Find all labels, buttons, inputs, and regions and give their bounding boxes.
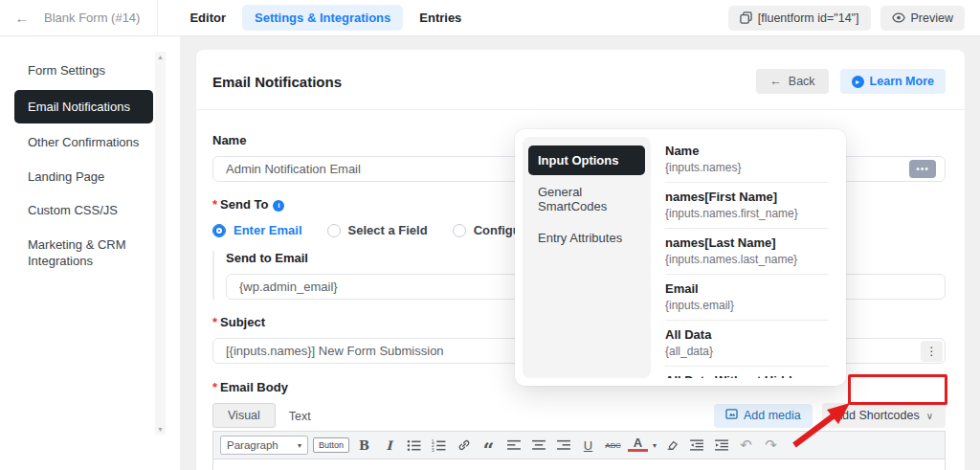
redo-icon[interactable]: ↷ [761,436,781,455]
strikethrough-icon[interactable]: ABC [603,436,623,455]
smartcode-ellipsis-button[interactable]: ••• [909,160,936,178]
sidebar-item-email-notifications[interactable]: Email Notifications [14,90,153,124]
add-media-label: Add media [744,409,801,422]
required-asterisk: * [212,197,217,212]
caret-down-icon: ▾ [298,441,301,450]
media-icon [725,409,738,423]
panel-header-actions: ← Back ▸ Learn More [756,69,946,94]
bold-icon[interactable]: B [354,436,374,455]
editor-toolbar: Paragraph▾ Button B I 123 “ U ABC A ▾ [213,432,945,459]
smartcodes-popup: Input Options General SmartCodes Entry A… [515,129,846,386]
required-asterisk: * [212,315,217,329]
editor-tabs-row: Visual Text Add media Add Shortcodes ∨ [212,403,946,428]
tab-settings-integrations[interactable]: Settings & Integrations [242,5,403,31]
smartcode-title: All Data [665,327,829,342]
sidebar-item-form-settings[interactable]: Form Settings [0,54,180,88]
preview-label: Preview [911,11,953,25]
tab-entries[interactable]: Entries [407,5,474,31]
link-icon[interactable] [454,436,474,455]
info-icon[interactable]: i [273,200,284,212]
indent-icon[interactable] [711,436,731,455]
popup-tab-general-smartcodes[interactable]: General SmartCodes [528,177,645,221]
add-shortcodes-button[interactable]: Add Shortcodes ∨ [822,403,946,428]
shortcode-label: [fluentform id="14"] [758,11,859,25]
popup-tab-input-options[interactable]: Input Options [528,145,645,175]
radio-label: Enter Email [234,223,302,237]
preview-button[interactable]: Preview [880,6,965,31]
copy-icon [740,11,752,24]
smartcode-title: Email [665,281,829,296]
popup-tab-entry-attributes[interactable]: Entry Attributes [528,223,645,253]
radio-icon [453,224,466,237]
radio-label: Select a Field [348,223,428,237]
tab-editor[interactable]: Editor [177,5,238,31]
caret-down-icon[interactable]: ▾ [653,441,657,450]
kebab-menu-button[interactable]: ⋮ [921,341,943,362]
smartcode-code: {inputs.names.first_name} [665,207,829,220]
undo-icon[interactable]: ↶ [736,436,756,455]
back-arrow-icon[interactable]: ← [0,10,44,26]
topbar-divider [157,0,158,36]
required-asterisk: * [212,380,217,394]
text-color-icon[interactable]: A [628,437,648,452]
paragraph-label: Paragraph [227,439,278,451]
editor-tab-visual[interactable]: Visual [212,403,276,428]
back-button[interactable]: ← Back [756,69,828,94]
smartcode-item-first-name[interactable]: names[First Name] {inputs.names.first_na… [665,183,829,229]
sidebar-item-other-confirmations[interactable]: Other Confirmations [0,125,180,160]
chevron-down-icon: ∨ [926,411,933,421]
smartcode-item-last-name[interactable]: names[Last Name] {inputs.names.last_name… [665,229,829,275]
panel-header: Email Notifications ← Back ▸ Learn More [196,50,965,110]
sidebar-scrollbar[interactable]: ▲ ▼ [155,52,166,435]
smartcode-item-all-data-no-hidden[interactable]: All Data Without Hidden Fields {all_data… [665,367,829,378]
shortcode-copy-button[interactable]: [fluentform id="14"] [728,6,871,31]
editor-content-area[interactable]: {all_data} [213,459,945,470]
subject-label: Subject [220,315,265,329]
sidebar-item-marketing-crm[interactable]: Marketing & CRM Integrations [0,228,153,279]
smartcode-title: All Data Without Hidden Fields [665,373,829,378]
svg-text:3: 3 [432,447,434,451]
smartcode-item-name[interactable]: Name {inputs.names} [665,137,829,183]
email-body-label: Email Body [220,380,288,394]
top-bar: ← Blank Form (#14) Editor Settings & Int… [0,0,980,36]
sidebar-item-custom-css-js[interactable]: Custom CSS/JS [0,193,180,228]
smartcode-code: {inputs.email} [665,299,829,312]
top-bar-right: [fluentform id="14"] Preview [728,6,980,31]
learn-more-label: Learn More [870,75,934,88]
underline-icon[interactable]: U [578,436,598,455]
play-circle-icon: ▸ [852,76,864,88]
learn-more-button[interactable]: ▸ Learn More [840,69,946,94]
outdent-icon[interactable] [686,436,706,455]
paragraph-select[interactable]: Paragraph▾ [220,436,308,455]
email-body-editor: Paragraph▾ Button B I 123 “ U ABC A ▾ [212,431,946,470]
smartcode-title: names[Last Name] [665,235,829,250]
send-to-label: Send To [220,197,268,212]
smartcode-item-all-data[interactable]: All Data {all_data} [665,321,829,367]
sidebar-item-landing-page[interactable]: Landing Page [0,160,180,194]
blockquote-icon[interactable]: “ [479,436,499,455]
numbered-list-icon[interactable]: 123 [429,436,449,455]
insert-button-button[interactable]: Button [313,437,349,453]
scroll-up-icon[interactable]: ▲ [155,54,166,60]
smartcode-title: names[First Name] [665,190,829,204]
back-label: Back [789,75,815,88]
radio-enter-email[interactable]: Enter Email [212,223,302,237]
back-arrow-icon: ← [769,75,782,88]
align-left-icon[interactable] [503,436,523,455]
eye-icon [892,12,905,23]
scroll-down-icon[interactable]: ▼ [155,426,166,433]
add-media-button[interactable]: Add media [714,404,813,428]
align-right-icon[interactable] [553,436,573,455]
italic-icon[interactable]: I [379,436,399,455]
align-center-icon[interactable] [528,436,548,455]
radio-select-a-field[interactable]: Select a Field [327,223,428,237]
top-bar-left: ← Blank Form (#14) Editor Settings & Int… [0,0,478,35]
add-shortcodes-label: Add Shortcodes [835,409,920,422]
clear-formatting-icon[interactable] [661,436,681,455]
radio-selected-icon [212,224,226,237]
fluent-forms-settings-page: ← Blank Form (#14) Editor Settings & Int… [0,0,980,470]
smartcode-item-email[interactable]: Email {inputs.email} [665,275,829,321]
editor-tab-text[interactable]: Text [276,405,324,428]
bullet-list-icon[interactable] [404,436,424,455]
panel-title: Email Notifications [212,74,342,90]
